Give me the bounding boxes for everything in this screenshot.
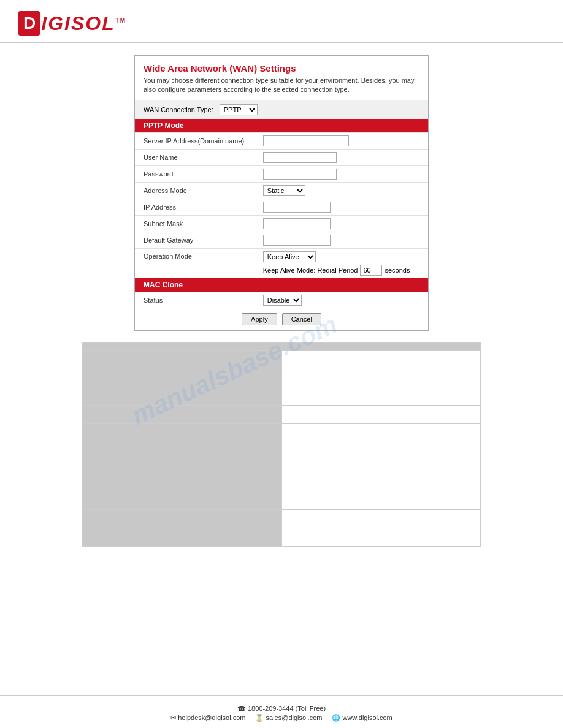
table-header-col1 <box>83 342 282 350</box>
operation-mode-select[interactable]: Keep Alive On Demand Manual <box>263 251 316 262</box>
status-select[interactable]: Disable Enable <box>263 295 302 306</box>
address-mode-label: Address Mode <box>135 182 258 199</box>
username-label: User Name <box>135 149 258 165</box>
email-address: helpdesk@digisol.com <box>178 714 245 721</box>
operation-mode-cell: Keep Alive On Demand Manual Keep Alive M… <box>258 248 428 278</box>
status-cell: Disable Enable <box>258 292 428 308</box>
wan-panel-desc: You may choose different connection type… <box>144 76 419 95</box>
table-cell-value <box>282 423 481 442</box>
default-gateway-input[interactable] <box>263 235 331 246</box>
mac-clone-table: Status Disable Enable <box>135 292 428 308</box>
address-mode-cell: Static Dynamic <box>258 182 428 199</box>
ip-address-input[interactable] <box>263 202 331 213</box>
table-row <box>83 405 481 423</box>
table-row: Password <box>135 165 428 182</box>
ip-address-cell <box>258 199 428 215</box>
sales-email: sales@digisol.com <box>266 714 323 721</box>
table-header-col2 <box>282 342 481 350</box>
web-address: www.digisol.com <box>342 714 392 721</box>
info-table <box>82 342 481 547</box>
pptp-mode-header: PPTP Mode <box>135 119 428 132</box>
footer-contacts: ✉ helpdesk@digisol.com ⏳ sales@digisol.c… <box>0 714 563 722</box>
keep-alive-label: Keep Alive Mode: Redial Period <box>263 267 358 274</box>
table-row: Operation Mode Keep Alive On Demand Manu… <box>135 248 428 278</box>
logo: D IGISOLTM <box>18 11 545 36</box>
mac-clone-header: MAC Clone <box>135 278 428 292</box>
table-cell-value <box>282 442 481 509</box>
table-cell-label <box>83 528 282 546</box>
wan-panel-header: Wide Area Network (WAN) Settings You may… <box>135 56 428 100</box>
operation-mode-label: Operation Mode <box>135 248 258 278</box>
server-ip-input[interactable] <box>263 135 349 146</box>
password-cell <box>258 165 428 182</box>
phone-number: 1800-209-3444 (Toll Free) <box>248 705 326 712</box>
address-mode-select[interactable]: Static Dynamic <box>263 185 305 196</box>
keep-alive-input[interactable] <box>360 265 382 276</box>
table-row: Server IP Address(Domain name) <box>135 132 428 149</box>
wan-panel: Wide Area Network (WAN) Settings You may… <box>134 55 429 331</box>
wan-panel-title: Wide Area Network (WAN) Settings <box>144 63 419 74</box>
table-cell-value <box>282 509 481 528</box>
server-ip-label: Server IP Address(Domain name) <box>135 132 258 149</box>
footer-email: ✉ helpdesk@digisol.com <box>170 714 245 722</box>
table-row: IP Address <box>135 199 428 215</box>
table-row <box>83 423 481 442</box>
table-cell-label <box>83 423 282 442</box>
cancel-button[interactable]: Cancel <box>282 313 321 325</box>
header: D IGISOLTM <box>0 0 563 43</box>
footer-sales: ⏳ sales@digisol.com <box>255 714 322 722</box>
footer: ☎ 1800-209-3444 (Toll Free) ✉ helpdesk@d… <box>0 695 563 728</box>
web-icon: 🌐 <box>332 714 340 721</box>
wan-connection-type-label: WAN Connection Type: <box>144 106 213 113</box>
wan-connection-type-select[interactable]: PPTP PPPoE Static DHCP L2TP <box>220 104 258 115</box>
password-label: Password <box>135 165 258 182</box>
table-row <box>83 350 481 405</box>
table-row <box>83 442 481 509</box>
table-row <box>83 342 481 350</box>
table-cell-value <box>282 405 481 423</box>
footer-web: 🌐 www.digisol.com <box>332 714 392 722</box>
table-row <box>83 509 481 528</box>
footer-phone: ☎ 1800-209-3444 (Toll Free) <box>0 705 563 713</box>
button-row: Apply Cancel <box>135 308 428 330</box>
main-content: Wide Area Network (WAN) Settings You may… <box>0 43 563 559</box>
username-input[interactable] <box>263 152 337 163</box>
apply-button[interactable]: Apply <box>242 313 277 325</box>
table-cell-value <box>282 350 481 405</box>
sales-icon: ⏳ <box>255 714 264 721</box>
table-cell-value <box>282 528 481 546</box>
table-cell-label <box>83 442 282 509</box>
logo-text: IGISOLTM <box>41 12 126 35</box>
table-row: Subnet Mask <box>135 215 428 232</box>
pptp-fields-table: Server IP Address(Domain name) User Name… <box>135 132 428 278</box>
table-row: Default Gateway <box>135 232 428 248</box>
username-cell <box>258 149 428 165</box>
table-row <box>83 528 481 546</box>
default-gateway-cell <box>258 232 428 248</box>
table-row: User Name <box>135 149 428 165</box>
table-cell-label <box>83 509 282 528</box>
password-input[interactable] <box>263 169 337 180</box>
ip-address-label: IP Address <box>135 199 258 215</box>
logo-box: D <box>18 11 40 36</box>
phone-icon: ☎ <box>237 705 246 712</box>
subnet-mask-label: Subnet Mask <box>135 215 258 232</box>
default-gateway-label: Default Gateway <box>135 232 258 248</box>
subnet-mask-cell <box>258 215 428 232</box>
table-cell-label <box>83 405 282 423</box>
table-row: Status Disable Enable <box>135 292 428 308</box>
table-row: Address Mode Static Dynamic <box>135 182 428 199</box>
wan-connection-type-row: WAN Connection Type: PPTP PPPoE Static D… <box>135 100 428 119</box>
server-ip-cell <box>258 132 428 149</box>
email-icon: ✉ <box>170 714 176 721</box>
status-label: Status <box>135 292 258 308</box>
subnet-mask-input[interactable] <box>263 218 331 229</box>
table-cell-label <box>83 350 282 405</box>
keep-alive-unit: seconds <box>385 267 410 274</box>
